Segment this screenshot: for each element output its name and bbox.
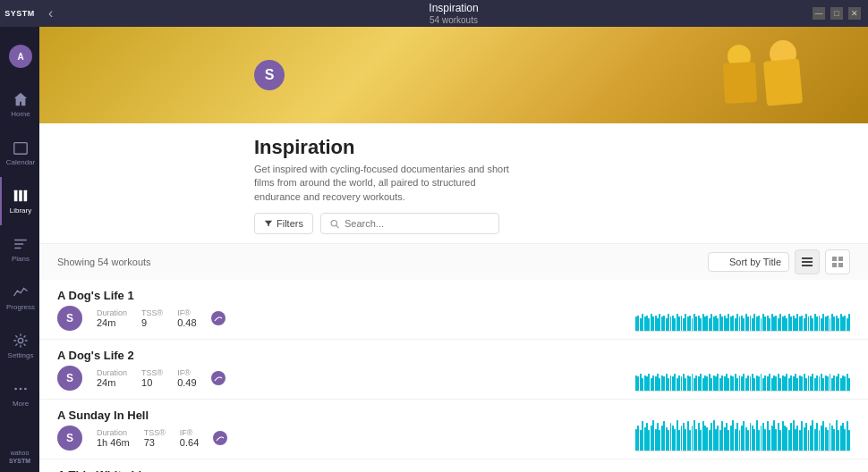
workout-meta: S Duration 24m TSS® 10 IF® 0.49 xyxy=(57,366,625,391)
chart-bar xyxy=(758,316,760,332)
close-button[interactable]: ✕ xyxy=(848,7,861,20)
duration-label: Duration xyxy=(97,368,127,377)
chart-bar xyxy=(812,374,813,392)
chart-bar xyxy=(642,314,643,332)
chart-bar xyxy=(827,316,829,332)
workout-chart xyxy=(635,407,850,451)
more-icon xyxy=(13,381,29,397)
plans-icon xyxy=(13,236,29,252)
list-view-button[interactable] xyxy=(795,249,820,274)
svg-rect-14 xyxy=(838,257,843,261)
sidebar-item-plans[interactable]: Plans xyxy=(0,225,39,274)
chart-bar xyxy=(801,376,803,392)
svg-rect-0 xyxy=(14,143,27,155)
chart-bar xyxy=(700,374,702,392)
filters-button[interactable]: Filters xyxy=(254,213,313,234)
workout-info: A Dog's Life 2 S Duration 24m TSS® 10 IF… xyxy=(57,349,625,391)
content-header: Inspiration Get inspired with cycling-fo… xyxy=(39,123,868,213)
chart-bar xyxy=(816,423,818,451)
sidebar-item-library[interactable]: Library xyxy=(0,177,39,225)
sidebar-item-avatar[interactable]: A xyxy=(0,32,39,80)
maximize-button[interactable]: □ xyxy=(830,7,843,20)
chart-bar xyxy=(816,316,818,332)
chart-bar xyxy=(743,374,745,392)
workout-chart xyxy=(635,347,850,392)
tss-group: TSS® 73 xyxy=(144,428,166,448)
workout-row[interactable]: A Sunday In Hell S Duration 1h 46m TSS® … xyxy=(39,400,868,459)
chart-baseline xyxy=(635,451,850,451)
chart-bar xyxy=(838,374,839,392)
grid-view-button[interactable] xyxy=(825,249,850,274)
workout-name: A Dog's Life 1 xyxy=(57,289,625,302)
chart-bars xyxy=(635,467,850,472)
chart-bar xyxy=(689,316,691,332)
chart-bar xyxy=(743,421,745,451)
chart-bar xyxy=(652,316,654,332)
tss-label: TSS® xyxy=(141,368,163,377)
workout-row[interactable]: A Dog's Life 2 S Duration 24m TSS® 10 IF… xyxy=(39,340,868,400)
chart-bar xyxy=(805,423,807,451)
workout-row[interactable]: A Thin White Line S Duration 1h 6m TSS® … xyxy=(39,459,868,472)
search-input[interactable] xyxy=(345,218,489,229)
chart-bar xyxy=(758,376,760,392)
chart-bars xyxy=(635,407,850,451)
chart-bar xyxy=(848,314,850,332)
list-header: Showing 54 workouts Sort by Title xyxy=(39,243,868,280)
sidebar-item-progress[interactable]: Progress xyxy=(0,274,39,322)
chart-bar xyxy=(848,378,850,392)
chart-bar xyxy=(822,421,824,451)
if-value: 0.49 xyxy=(177,377,196,388)
chart-bar xyxy=(838,430,839,451)
minimize-button[interactable]: — xyxy=(813,7,825,20)
home-icon xyxy=(13,91,29,107)
chart-bar xyxy=(764,375,766,392)
collection-title: Inspiration xyxy=(254,136,850,159)
chart-bar xyxy=(753,429,755,451)
chart-bar xyxy=(769,430,770,451)
workout-name: A Dog's Life 2 xyxy=(57,349,625,362)
chart-bar xyxy=(711,423,712,451)
chart-bar xyxy=(838,318,839,332)
chart-bar xyxy=(711,378,712,392)
main-area: ‹ Inspiration 54 workouts — □ ✕ S xyxy=(39,0,868,472)
chart-bar xyxy=(764,316,766,332)
sidebar-item-calendar[interactable]: Calendar xyxy=(0,129,39,177)
svg-point-4 xyxy=(18,338,22,342)
chart-bar xyxy=(642,378,643,392)
sidebar-item-plans-label: Plans xyxy=(12,255,30,263)
chart-bar xyxy=(736,314,738,332)
chart-baseline xyxy=(635,391,850,392)
workout-type-icon xyxy=(211,311,226,325)
duration-value: 1h 46m xyxy=(97,437,130,448)
sidebar-item-settings[interactable]: Settings xyxy=(0,322,39,370)
if-group: IF® 0.64 xyxy=(180,428,199,448)
chart-bar xyxy=(753,314,755,332)
svg-rect-3 xyxy=(24,190,28,202)
duration-value: 24m xyxy=(97,377,127,388)
chart-bar xyxy=(732,376,734,392)
if-value: 0.48 xyxy=(177,317,196,328)
svg-point-5 xyxy=(14,388,17,391)
chart-bar xyxy=(736,423,738,451)
chart-bar xyxy=(642,421,643,451)
back-button[interactable]: ‹ xyxy=(48,5,53,21)
sidebar-item-home[interactable]: Home xyxy=(0,80,39,129)
chart-bar xyxy=(812,318,813,332)
workout-row[interactable]: A Dog's Life 1 S Duration 24m TSS® 9 IF®… xyxy=(39,280,868,340)
chart-bar xyxy=(801,316,803,332)
sort-button[interactable]: Sort by Title xyxy=(708,252,789,272)
chart-bar xyxy=(674,374,676,392)
chart-bar xyxy=(721,316,723,332)
chart-bar xyxy=(769,318,770,332)
duration-label: Duration xyxy=(97,308,127,317)
sidebar-item-more[interactable]: More xyxy=(0,370,39,418)
workout-name: A Thin White Line xyxy=(57,468,625,472)
chart-bar xyxy=(700,430,702,451)
chart-bar xyxy=(790,423,792,451)
chart-bar xyxy=(721,421,723,451)
workout-icon: S xyxy=(57,426,82,451)
duration-group: Duration 24m xyxy=(97,308,127,328)
search-box[interactable] xyxy=(320,213,499,234)
chart-bar xyxy=(833,429,835,451)
tss-label: TSS® xyxy=(144,428,166,437)
